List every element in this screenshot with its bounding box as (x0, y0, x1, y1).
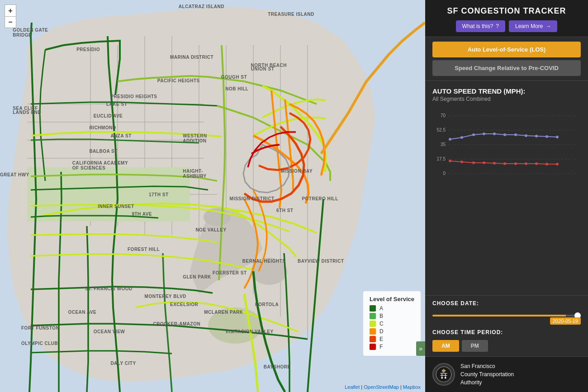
svg-point-41 (449, 160, 451, 162)
legend-label-b: B (379, 313, 383, 319)
svg-point-31 (460, 136, 463, 139)
sidebar-panel: SF CONGESTION TRACKER What is this? ? Le… (425, 0, 588, 392)
map-zoom-controls[interactable]: + − (5, 5, 16, 28)
sidebar-header: SF CONGESTION TRACKER What is this? ? Le… (425, 0, 588, 37)
leaflet-link[interactable]: Leaflet (345, 384, 360, 390)
svg-point-48 (525, 162, 527, 165)
what-is-this-button[interactable]: What is this? ? (456, 20, 505, 32)
header-buttons: What is this? ? Learn More → (432, 20, 581, 32)
svg-point-66 (445, 377, 446, 379)
arrow-icon: → (545, 23, 551, 29)
legend-item-d: D (370, 328, 414, 335)
date-slider-container: 2020-05-19 (432, 310, 581, 318)
chart-subtitle: All Segments Combined (432, 96, 581, 102)
svg-point-50 (545, 163, 548, 165)
date-control-section: CHOOSE DATE: 2020-05-19 CHOOSE TIME PERI… (425, 295, 588, 356)
svg-rect-16 (27, 167, 190, 222)
svg-text:70: 70 (441, 113, 446, 118)
svg-point-32 (472, 133, 475, 136)
map-attribution: Leaflet | OpenStreetMap | Mapbox (345, 384, 421, 390)
date-slider[interactable] (432, 315, 581, 316)
sfcta-logo: SF (432, 363, 455, 386)
svg-point-37 (525, 134, 527, 137)
svg-point-19 (204, 208, 231, 226)
footer-org-text: San Francisco County Transportation Auth… (460, 362, 514, 387)
legend-color-a (370, 305, 376, 312)
date-value-label: 2020-05-19 (550, 317, 581, 325)
chart-title: AUTO SPEED TREND (MPH): (432, 87, 581, 95)
speed-trend-chart: 70 52.5 35 17.5 0 (432, 107, 581, 197)
svg-point-38 (535, 135, 538, 137)
svg-text:52.5: 52.5 (437, 128, 446, 132)
zoom-out-button[interactable]: − (5, 16, 16, 28)
svg-point-34 (493, 132, 496, 135)
legend-color-d (370, 328, 376, 335)
legend-label-d: D (379, 328, 384, 335)
svg-text:17.5: 17.5 (437, 156, 446, 161)
choose-date-label: CHOOSE DATE: (432, 300, 581, 307)
svg-point-40 (556, 136, 559, 138)
legend-label-f: F (379, 344, 383, 350)
svg-point-35 (503, 133, 506, 136)
app-title: SF CONGESTION TRACKER (432, 6, 581, 16)
legend-title: Level of Service (370, 296, 414, 302)
legend-item-b: B (370, 313, 414, 319)
pm-button[interactable]: PM (462, 340, 488, 352)
footer-line1: San Francisco (460, 362, 514, 370)
legend-color-e (370, 336, 376, 342)
map-legend: Level of Service A B C D E F (363, 291, 421, 356)
svg-point-44 (483, 161, 485, 164)
mode-speed-button[interactable]: Speed Change Relative to Pre-COVID (432, 60, 581, 76)
legend-item-a: A (370, 305, 414, 312)
legend-label-e: E (379, 336, 383, 342)
mapbox-link[interactable]: Mapbox (403, 384, 421, 390)
map-container[interactable]: Alcatraz Island Treasure Island Golden G… (0, 0, 425, 392)
time-period-buttons: AM PM (432, 340, 581, 352)
legend-label-a: A (379, 305, 383, 312)
footer-line2: County Transportation (460, 370, 514, 378)
zoom-in-button[interactable]: + (5, 5, 16, 16)
svg-point-51 (556, 163, 559, 165)
svg-point-49 (535, 162, 538, 165)
svg-point-39 (545, 135, 548, 138)
expand-panel-button[interactable]: » (416, 341, 425, 356)
svg-text:35: 35 (441, 142, 446, 147)
svg-point-46 (503, 162, 506, 165)
sidebar-footer: SF San Francisco County Transportation A… (425, 356, 588, 392)
chart-section: AUTO SPEED TREND (MPH): All Segments Com… (425, 81, 588, 295)
legend-color-b (370, 313, 376, 319)
legend-item-c: C (370, 321, 414, 327)
mode-los-button[interactable]: Auto Level-of-Service (LOS) (432, 42, 581, 57)
svg-point-30 (449, 138, 451, 141)
svg-point-36 (514, 133, 517, 136)
question-icon: ? (496, 23, 499, 29)
footer-line3: Authority (460, 378, 514, 387)
svg-point-47 (514, 162, 517, 165)
am-button[interactable]: AM (432, 340, 459, 352)
legend-item-f: F (370, 344, 414, 350)
svg-point-45 (493, 162, 496, 165)
mode-buttons-section: Auto Level-of-Service (LOS) Speed Change… (425, 37, 588, 81)
svg-point-42 (460, 161, 463, 163)
svg-point-65 (441, 377, 443, 379)
svg-point-33 (483, 132, 485, 135)
svg-point-17 (251, 258, 287, 285)
choose-time-label: CHOOSE TIME PERIOD: (432, 329, 581, 335)
learn-more-button[interactable]: Learn More → (509, 20, 557, 32)
learn-button-label: Learn More (515, 23, 543, 29)
svg-point-43 (472, 161, 475, 164)
legend-label-c: C (379, 321, 384, 327)
what-button-label: What is this? (462, 23, 493, 29)
svg-text:0: 0 (443, 171, 446, 176)
legend-color-f (370, 344, 376, 350)
osm-link[interactable]: OpenStreetMap (364, 384, 399, 390)
svg-point-18 (208, 307, 262, 344)
legend-color-c (370, 321, 376, 327)
legend-item-e: E (370, 336, 414, 342)
